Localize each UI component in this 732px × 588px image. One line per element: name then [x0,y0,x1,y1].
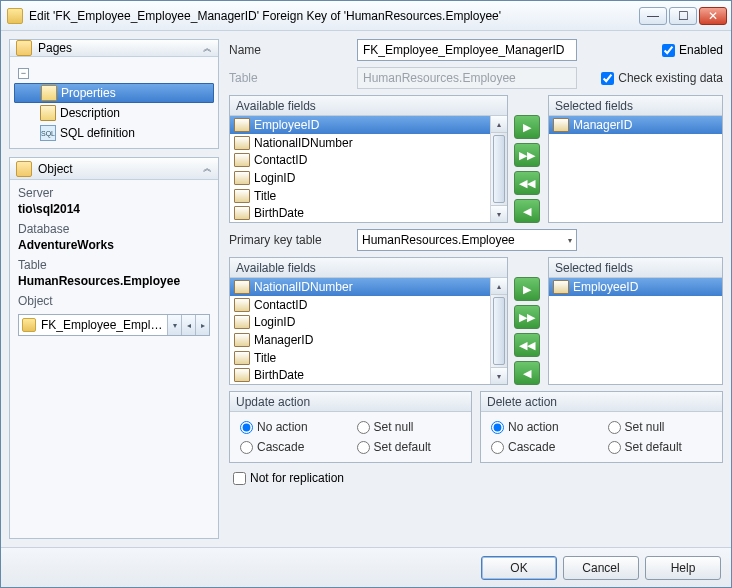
column-icon [234,118,250,132]
field-item[interactable]: LoginID [230,169,490,187]
column-icon [234,315,250,329]
scrollbar[interactable]: ▴ ▾ [490,278,507,384]
field-item[interactable]: EmployeeID [549,278,722,296]
pk-table-label: Primary key table [229,233,349,247]
scroll-up-icon[interactable]: ▴ [491,116,507,133]
enabled-cell[interactable]: Enabled [662,43,723,57]
check-existing-checkbox[interactable] [601,72,614,85]
update-cascade[interactable]: Cascade [240,440,345,454]
field-item[interactable]: NationalIDNumber [230,278,490,296]
not-for-replication-cell[interactable]: Not for replication [229,469,723,487]
remove-button[interactable]: ◀ [514,199,540,223]
column-icon [234,280,250,294]
check-existing-cell[interactable]: Check existing data [601,71,723,85]
scroll-down-icon[interactable]: ▾ [491,367,507,384]
fk-available-list[interactable]: EmployeeID NationalIDNumber ContactID Lo… [230,116,490,222]
pk-move-buttons: ▶ ▶▶ ◀◀ ◀ [514,257,542,385]
minimize-button[interactable]: — [639,7,667,25]
field-item[interactable]: LoginID [230,313,490,331]
dialog-window: Edit 'FK_Employee_Employee_ManagerID' Fo… [0,0,732,588]
pages-tree: − Properties Description SQL SQL definit… [10,57,218,149]
update-set-null[interactable]: Set null [357,420,462,434]
scrollbar[interactable]: ▴ ▾ [490,116,507,222]
object-title: Object [38,162,73,176]
enabled-checkbox[interactable] [662,44,675,57]
cancel-button[interactable]: Cancel [563,556,639,580]
table-label: Table [229,71,349,85]
pk-table-value: HumanResources.Employee [362,233,515,247]
collapse-icon[interactable]: ︽ [203,42,212,55]
field-item[interactable]: BirthDate [230,204,490,222]
close-button[interactable]: ✕ [699,7,727,25]
remove-all-button[interactable]: ◀◀ [514,333,540,357]
pages-panel: Pages ︽ − Properties Description [9,39,219,149]
field-item[interactable]: NationalIDNumber [230,134,490,152]
page-item-properties[interactable]: Properties [14,83,214,103]
field-item[interactable]: Title [230,187,490,205]
combo-next-icon[interactable]: ▸ [195,315,209,335]
delete-no-action[interactable]: No action [491,420,596,434]
column-icon [234,298,250,312]
tree-expander-icon[interactable]: − [18,68,29,79]
page-item-sql-definition[interactable]: SQL SQL definition [14,123,214,143]
delete-set-null[interactable]: Set null [608,420,713,434]
table-label: Table [18,258,210,272]
field-item[interactable]: EmployeeID [230,116,490,134]
column-icon [234,189,250,203]
window-title: Edit 'FK_Employee_Employee_ManagerID' Fo… [29,9,639,23]
field-item[interactable]: ManagerID [230,331,490,349]
add-all-button[interactable]: ▶▶ [514,143,540,167]
server-label: Server [18,186,210,200]
page-item-description[interactable]: Description [14,103,214,123]
object-panel: Object ︽ Server tio\sql2014 Database Adv… [9,157,219,539]
maximize-button[interactable]: ☐ [669,7,697,25]
pk-available-header: Available fields [230,258,507,278]
add-button[interactable]: ▶ [514,115,540,139]
field-item[interactable]: ManagerID [549,116,722,134]
name-input[interactable] [357,39,577,61]
combo-dropdown-icon[interactable]: ▾ [167,315,181,335]
app-icon [7,8,23,24]
not-for-replication-checkbox[interactable] [233,472,246,485]
remove-all-button[interactable]: ◀◀ [514,171,540,195]
folder-icon [16,161,32,177]
fk-selected-list[interactable]: ManagerID [549,116,722,222]
field-item[interactable]: ContactID [230,296,490,314]
help-button[interactable]: Help [645,556,721,580]
pk-table-row: Primary key table HumanResources.Employe… [229,229,723,251]
pages-root[interactable]: − [14,63,214,83]
scroll-thumb[interactable] [493,297,505,365]
delete-set-default[interactable]: Set default [608,440,713,454]
right-content: Name Enabled Table Check existing data [229,39,723,539]
object-combo-text: FK_Employee_Employee... [39,318,167,332]
object-combo[interactable]: FK_Employee_Employee... ▾ ◂ ▸ [18,314,210,336]
page-icon [41,85,57,101]
field-item[interactable]: Title [230,349,490,367]
database-value: AdventureWorks [18,238,210,252]
remove-button[interactable]: ◀ [514,361,540,385]
update-no-action[interactable]: No action [240,420,345,434]
not-for-replication-label: Not for replication [250,471,344,485]
scroll-up-icon[interactable]: ▴ [491,278,507,295]
delete-action-header: Delete action [481,392,722,412]
add-button[interactable]: ▶ [514,277,540,301]
column-icon [234,153,250,167]
scroll-down-icon[interactable]: ▾ [491,205,507,222]
add-all-button[interactable]: ▶▶ [514,305,540,329]
pk-selected-list[interactable]: EmployeeID [549,278,722,384]
collapse-icon[interactable]: ︽ [203,162,212,175]
column-icon [234,136,250,150]
scroll-thumb[interactable] [493,135,505,203]
database-label: Database [18,222,210,236]
combo-prev-icon[interactable]: ◂ [181,315,195,335]
field-item[interactable]: BirthDate [230,366,490,384]
fk-field-section: Available fields EmployeeID NationalIDNu… [229,95,723,223]
pk-available-list[interactable]: NationalIDNumber ContactID LoginID Manag… [230,278,490,384]
ok-button[interactable]: OK [481,556,557,580]
pk-table-combo[interactable]: HumanResources.Employee ▾ [357,229,577,251]
field-item[interactable]: ContactID [230,151,490,169]
column-icon [234,171,250,185]
delete-cascade[interactable]: Cascade [491,440,596,454]
actions-row: Update action No action Set null Cascade… [229,391,723,463]
update-set-default[interactable]: Set default [357,440,462,454]
